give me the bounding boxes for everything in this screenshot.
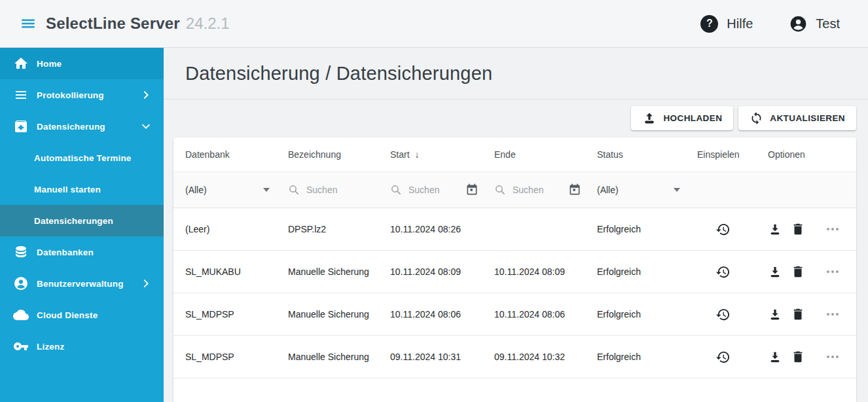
sort-descending-icon[interactable]: ↓ xyxy=(415,149,420,160)
sidebar-item-benutzerverwaltung[interactable]: Benutzerverwaltung xyxy=(0,268,164,299)
cell-einspielen xyxy=(697,350,768,365)
filter-status-value: (Alle) xyxy=(597,185,619,195)
table-row[interactable]: SL_MUKABU Manuelle Sicherung 10.11.2024 … xyxy=(173,251,856,293)
filter-bezeichnung-input[interactable] xyxy=(306,185,390,195)
refresh-icon xyxy=(750,111,763,125)
list-icon xyxy=(13,87,29,103)
chevron-right-icon xyxy=(140,278,152,289)
home-icon xyxy=(13,56,29,71)
column-header-ende[interactable]: Ende xyxy=(494,149,597,160)
column-header-bezeichnung[interactable]: Bezeichnung xyxy=(288,149,390,160)
cell-bezeichnung: Manuelle Sicherung xyxy=(288,309,390,320)
filter-datenbank-value: (Alle) xyxy=(185,185,207,195)
page-title: Datensicherung / Datensicherungen xyxy=(185,63,492,84)
filter-status-dropdown[interactable]: (Alle) xyxy=(597,185,697,195)
sidebar-item-cloud-dienste[interactable]: Cloud Dienste xyxy=(0,299,164,331)
restore-icon[interactable] xyxy=(715,265,731,280)
cell-datenbank: (Leer) xyxy=(185,224,288,234)
table-row[interactable]: (Leer) DPSP.lz2 10.11.2024 08:26 Erfolgr… xyxy=(173,208,856,251)
table-row[interactable]: SL_MDPSP Manuelle Sicherung 10.11.2024 0… xyxy=(173,293,856,336)
sidebar-item-label: Protokollierung xyxy=(37,90,104,100)
restore-icon[interactable] xyxy=(715,350,731,365)
delete-icon[interactable] xyxy=(791,350,805,364)
restore-icon[interactable] xyxy=(715,307,731,322)
cell-einspielen xyxy=(697,222,768,237)
user-avatar-icon xyxy=(789,15,807,33)
table-filter-row: (Alle) (All xyxy=(173,172,856,208)
cell-datenbank: SL_MDPSP xyxy=(185,309,288,320)
sidebar-item-label: Lizenz xyxy=(37,342,64,352)
menu-icon[interactable] xyxy=(20,15,37,32)
column-header-datenbank[interactable]: Datenbank xyxy=(185,149,288,160)
delete-icon[interactable] xyxy=(791,265,805,279)
sidebar-item-label: Manuell starten xyxy=(34,185,101,194)
topbar-actions: ? Hilfe Test xyxy=(700,15,868,33)
account-icon xyxy=(13,276,29,291)
sidebar-item-datensicherungen[interactable]: Datensicherungen xyxy=(0,205,164,236)
sidebar-item-manuell-starten[interactable]: Manuell starten xyxy=(0,174,164,205)
sidebar-item-label: Benutzerverwaltung xyxy=(37,279,124,289)
filter-bezeichnung xyxy=(288,184,390,196)
delete-icon[interactable] xyxy=(791,222,805,236)
help-button[interactable]: ? Hilfe xyxy=(700,15,753,33)
column-header-status[interactable]: Status xyxy=(597,149,697,160)
upload-button-label: HOCHLADEN xyxy=(663,113,722,123)
column-header-einspielen[interactable]: Einspielen xyxy=(697,149,768,160)
sidebar-item-datenbanken[interactable]: Datenbanken xyxy=(0,236,164,268)
download-icon[interactable] xyxy=(768,265,782,279)
sidebar-item-protokollierung[interactable]: Protokollierung xyxy=(0,79,164,111)
refresh-button[interactable]: AKTUALISIEREN xyxy=(738,106,856,130)
status-badge: Erfolgreich xyxy=(597,266,697,277)
sidebar-item-label: Datensicherungen xyxy=(34,216,113,226)
more-options-icon[interactable] xyxy=(825,306,841,322)
cell-start: 10.11.2024 08:09 xyxy=(390,266,494,277)
user-menu-button[interactable]: Test xyxy=(789,15,840,33)
column-header-optionen[interactable]: Optionen xyxy=(768,149,844,160)
sidebar-item-home[interactable]: Home xyxy=(0,48,164,79)
key-icon xyxy=(13,338,29,354)
calendar-icon[interactable] xyxy=(465,183,479,196)
upload-button[interactable]: HOCHLADEN xyxy=(631,106,733,130)
sidebar-navigation: Home Protokollierung Datensicherung Auto… xyxy=(0,48,164,402)
dropdown-arrow-icon xyxy=(674,188,680,192)
sidebar-item-automatische-termine[interactable]: Automatische Termine xyxy=(0,142,164,174)
delete-icon[interactable] xyxy=(791,307,805,321)
restore-icon[interactable] xyxy=(715,222,731,237)
sidebar-item-datensicherung[interactable]: Datensicherung xyxy=(0,111,164,142)
cell-bezeichnung: Manuelle Sicherung xyxy=(288,266,390,277)
page-header: Datensicherung / Datensicherungen xyxy=(164,48,868,100)
download-icon[interactable] xyxy=(768,350,782,364)
cell-optionen xyxy=(768,306,844,322)
app-version: 24.2.1 xyxy=(186,14,230,33)
calendar-icon[interactable] xyxy=(568,183,581,196)
user-label: Test xyxy=(816,16,840,31)
more-options-icon[interactable] xyxy=(825,221,841,237)
sidebar-item-label: Cloud Dienste xyxy=(37,310,98,320)
cell-start: 10.11.2024 08:26 xyxy=(390,224,494,234)
help-icon: ? xyxy=(700,15,718,33)
backup-icon xyxy=(13,119,29,134)
download-icon[interactable] xyxy=(768,307,782,321)
chevron-down-icon xyxy=(140,120,152,132)
sidebar-item-lizenz[interactable]: Lizenz xyxy=(0,331,164,362)
cell-einspielen xyxy=(697,307,768,322)
filter-ende-input[interactable] xyxy=(513,185,568,195)
search-icon xyxy=(288,184,300,196)
column-header-start[interactable]: Start ↓ xyxy=(390,149,494,160)
filter-datenbank-dropdown[interactable]: (Alle) xyxy=(185,185,288,195)
more-options-icon[interactable] xyxy=(825,349,841,365)
cell-ende: 09.11.2024 10:32 xyxy=(494,352,597,362)
top-app-bar: SelectLine Server 24.2.1 ? Hilfe Test xyxy=(0,0,868,48)
help-label: Hilfe xyxy=(727,16,753,31)
filter-start-input[interactable] xyxy=(408,185,465,195)
table-row[interactable]: SL_MDPSP Manuelle Sicherung 09.11.2024 1… xyxy=(173,336,856,378)
cell-optionen xyxy=(768,349,844,365)
sidebar-item-label: Datenbanken xyxy=(37,247,94,257)
download-icon[interactable] xyxy=(768,222,782,236)
cell-bezeichnung: DPSP.lz2 xyxy=(288,224,390,234)
cell-start: 10.11.2024 08:06 xyxy=(390,309,494,320)
database-icon xyxy=(13,244,29,260)
cell-optionen xyxy=(768,264,844,280)
cell-einspielen xyxy=(697,265,768,280)
more-options-icon[interactable] xyxy=(825,264,841,280)
